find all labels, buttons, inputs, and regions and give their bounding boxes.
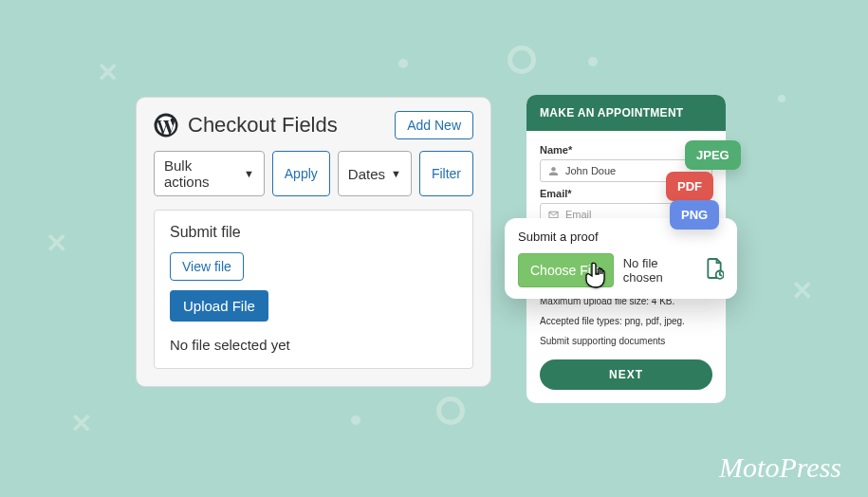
deco-dot [351,415,360,425]
submit-file-card: Submit file View file Upload File No fil… [154,210,473,369]
file-status: No file chosen [623,256,695,285]
file-type-png: PNG [670,200,719,230]
add-new-button[interactable]: Add New [395,111,473,139]
name-value: John Doue [565,165,616,176]
proof-row: Choose File No file chosen [518,253,724,287]
file-type-pdf: PDF [666,172,713,201]
card-title: Submit file [170,224,457,241]
panel-header: Checkout Fields Add New [154,111,473,139]
filter-button[interactable]: Filter [419,151,473,196]
panel-title-wrap: Checkout Fields [154,113,338,138]
apply-button[interactable]: Apply [272,151,330,196]
view-file-button[interactable]: View file [170,252,244,281]
toolbar: Bulk actions ▼ Apply Dates ▼ Filter [154,151,473,196]
deco-ring [508,46,536,74]
user-icon [548,166,560,176]
dates-label: Dates [348,166,385,182]
wordpress-icon [154,113,178,138]
submit-proof-card: Submit a proof Choose File No file chose… [505,218,737,299]
no-file-text: No file selected yet [170,337,457,353]
dates-select[interactable]: Dates ▼ [338,151,412,196]
appointment-header: MAKE AN APPOINTMENT [526,95,726,131]
bulk-actions-select[interactable]: Bulk actions ▼ [154,151,265,196]
deco-plus: ✕ [97,57,119,88]
proof-title: Submit a proof [518,230,724,244]
next-button[interactable]: NEXT [540,359,712,390]
deco-ring [436,396,465,425]
upload-file-button[interactable]: Upload File [170,290,268,322]
document-icon [705,257,724,284]
deco-plus: ✕ [791,275,813,306]
file-type-jpeg: JPEG [685,140,741,170]
deco-plus: ✕ [70,408,92,439]
brand-logo: MotoPress [719,451,841,484]
help-file-types: Accepted file types: png, pdf, jpeg. [540,314,712,328]
chevron-down-icon: ▼ [391,168,401,179]
deco-dot [778,95,785,102]
checkout-fields-panel: Checkout Fields Add New Bulk actions ▼ A… [136,97,491,387]
deco-dot [398,59,408,68]
cursor-icon [583,261,608,289]
page-title: Checkout Fields [188,113,338,138]
bulk-actions-label: Bulk actions [164,157,238,190]
chevron-down-icon: ▼ [244,168,254,179]
deco-plus: ✕ [46,228,67,259]
help-docs: Submit supporting documents [540,334,712,348]
deco-dot [588,57,598,66]
